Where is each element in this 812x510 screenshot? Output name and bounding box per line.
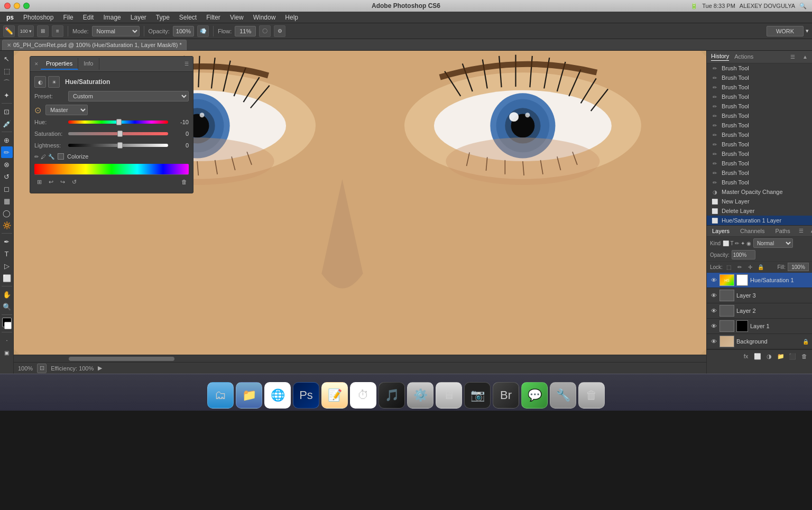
status-arrow[interactable]: ▶ xyxy=(98,365,102,372)
dock-chrome[interactable]: 🌐 xyxy=(264,382,291,409)
opacity-input[interactable]: 100% xyxy=(173,26,194,36)
tool-zoom[interactable]: 🔍 xyxy=(1,301,13,312)
panel-icon-page[interactable]: ⊞ xyxy=(34,177,44,187)
menu-file[interactable]: File xyxy=(59,13,77,22)
minimize-button[interactable] xyxy=(14,3,20,9)
add-group-btn[interactable]: 📁 xyxy=(776,351,786,361)
panel-titlebar[interactable]: ✕ Properties Info ☰ xyxy=(30,57,193,72)
zoom-fit-btn[interactable]: ⊡ xyxy=(37,364,47,373)
layer-hue-sat[interactable]: 👁 HS Hue/Saturation 1 xyxy=(707,273,812,288)
layers-opacity-input[interactable] xyxy=(732,250,755,259)
sat-slider-container[interactable] xyxy=(68,130,168,137)
opacity-airbrush-btn[interactable]: 💨 xyxy=(197,25,209,37)
hist-item-4[interactable]: ✏Brush Tool xyxy=(707,101,812,111)
tab-history[interactable]: History xyxy=(711,53,729,61)
menu-photoshop[interactable]: Photoshop xyxy=(19,13,58,22)
lock-all-btn[interactable]: 🔒 xyxy=(756,263,765,271)
dock-trash[interactable]: 🗑 xyxy=(578,382,605,409)
menu-select[interactable]: Select xyxy=(175,13,201,22)
sample-icon-1[interactable]: ✏ xyxy=(34,154,39,160)
hs-icon-2[interactable]: ☀ xyxy=(48,76,60,88)
tool-brush[interactable]: ✏ xyxy=(1,146,13,158)
brush-preset-picker[interactable]: 100 ▾ xyxy=(18,25,34,37)
tool-gradient[interactable]: ▦ xyxy=(1,195,13,207)
tool-crop[interactable]: ⊡ xyxy=(1,106,13,117)
menu-filter[interactable]: Filter xyxy=(202,13,225,22)
tab-properties[interactable]: Properties xyxy=(41,58,78,70)
sample-icon-2[interactable]: 🖊 xyxy=(41,154,46,160)
panel-icon-undo[interactable]: ↩ xyxy=(46,177,56,187)
light-thumb[interactable] xyxy=(117,142,123,149)
panel-menu-btn[interactable]: ☰ xyxy=(184,61,189,67)
tool-eraser[interactable]: ◻ xyxy=(1,183,13,194)
hue-thumb[interactable] xyxy=(116,119,122,125)
hist-item-12[interactable]: ✏Brush Tool xyxy=(707,178,812,187)
hist-item-0[interactable]: ✏Brush Tool xyxy=(707,63,812,73)
tool-dodge[interactable]: 🔆 xyxy=(1,219,13,231)
lock-pixels-btn[interactable]: ✏ xyxy=(735,263,744,271)
brush-settings-btn[interactable]: ⊞ xyxy=(37,25,49,37)
layers-panel-collapse[interactable]: ▲ xyxy=(807,226,812,236)
hue-slider-container[interactable] xyxy=(68,118,168,126)
tool-lasso[interactable]: ⌒ xyxy=(1,77,13,89)
hist-item-delete-layer[interactable]: ⬜Delete Layer xyxy=(707,206,812,216)
colorize-checkbox[interactable] xyxy=(58,153,64,160)
layer-3[interactable]: 👁 Layer 3 xyxy=(707,288,812,303)
tool-move[interactable]: ↖ xyxy=(1,53,13,64)
history-panel-menu[interactable]: ☰ xyxy=(790,54,795,60)
layer-2[interactable]: 👁 Layer 2 xyxy=(707,303,812,319)
hist-item-master-opacity[interactable]: ◑Master Opacity Change xyxy=(707,187,812,197)
mac-window-controls[interactable] xyxy=(4,3,30,9)
dock-photoshop[interactable]: Ps xyxy=(293,382,319,409)
dock-camera[interactable]: 📷 xyxy=(464,382,491,409)
tool-marquee[interactable]: ⬚ xyxy=(1,65,13,77)
layer-vis-bg[interactable]: 👁 xyxy=(710,338,717,345)
canvas-area[interactable]: ✕ Properties Info ☰ ◐ ☀ Hue/Saturation P… xyxy=(14,51,706,355)
tab-info[interactable]: Info xyxy=(78,58,99,70)
background-color[interactable] xyxy=(4,322,12,329)
tool-history-brush[interactable]: ↺ xyxy=(1,171,13,182)
dock-music[interactable]: 🎵 xyxy=(379,382,405,409)
hist-item-6[interactable]: ✏Brush Tool xyxy=(707,120,812,130)
dock-chat[interactable]: 💬 xyxy=(521,382,548,409)
menu-type[interactable]: Type xyxy=(152,13,174,22)
brush-extra-btn[interactable]: ⚙ xyxy=(274,25,285,37)
hist-item-11[interactable]: ✏Brush Tool xyxy=(707,168,812,178)
tool-hand[interactable]: ✋ xyxy=(1,289,13,300)
layer-vis-2[interactable]: 👁 xyxy=(710,307,717,314)
panel-icon-delete[interactable]: 🗑 xyxy=(179,177,189,187)
workspace-select[interactable]: WORK xyxy=(767,26,804,36)
hist-item-8[interactable]: ✏Brush Tool xyxy=(707,140,812,149)
layer-mask-1[interactable] xyxy=(736,320,748,332)
panel-icon-redo[interactable]: ↪ xyxy=(58,177,67,187)
hist-item-hue-sat[interactable]: ⬜Hue/Saturation 1 Layer xyxy=(707,216,812,225)
mode-select[interactable]: Normal Multiply Screen xyxy=(92,26,140,36)
layer-background[interactable]: 👁 Background 🔒 xyxy=(707,334,812,349)
add-layer-btn[interactable]: ⬛ xyxy=(788,351,797,361)
menu-help[interactable]: Help xyxy=(281,13,302,22)
menu-image[interactable]: Image xyxy=(99,13,125,22)
layers-panel-menu[interactable]: ☰ xyxy=(796,226,807,236)
tool-quick-mask[interactable]: ⬝ xyxy=(1,335,13,346)
maximize-button[interactable] xyxy=(23,3,30,9)
tool-blur[interactable]: ◯ xyxy=(1,207,13,219)
panel-close-x[interactable]: ✕ xyxy=(34,61,39,67)
brush-tool-icon[interactable]: ✏️ xyxy=(3,25,15,37)
tool-clone[interactable]: ⊗ xyxy=(1,159,13,170)
dock-folder[interactable]: 📁 xyxy=(236,382,262,409)
flow-input[interactable]: 11% xyxy=(235,26,256,36)
menu-view[interactable]: View xyxy=(226,13,248,22)
sample-icon-3[interactable]: 🔧 xyxy=(48,154,54,160)
layer-1[interactable]: 👁 Layer 1 xyxy=(707,319,812,334)
tool-shape[interactable]: ⬜ xyxy=(1,272,13,284)
tool-path-select[interactable]: ▷ xyxy=(1,260,13,272)
tool-screen-mode[interactable]: ▣ xyxy=(1,347,13,358)
fill-input[interactable] xyxy=(788,263,809,271)
hist-item-7[interactable]: ✏Brush Tool xyxy=(707,130,812,140)
dock-finder[interactable]: 🗂 xyxy=(207,382,234,409)
tool-pen[interactable]: ✒ xyxy=(1,236,13,247)
hist-item-5[interactable]: ✏Brush Tool xyxy=(707,111,812,120)
dock-settings[interactable]: ⚙️ xyxy=(407,382,433,409)
dock-notes[interactable]: 📝 xyxy=(321,382,348,409)
fx-btn[interactable]: fx xyxy=(741,351,751,361)
